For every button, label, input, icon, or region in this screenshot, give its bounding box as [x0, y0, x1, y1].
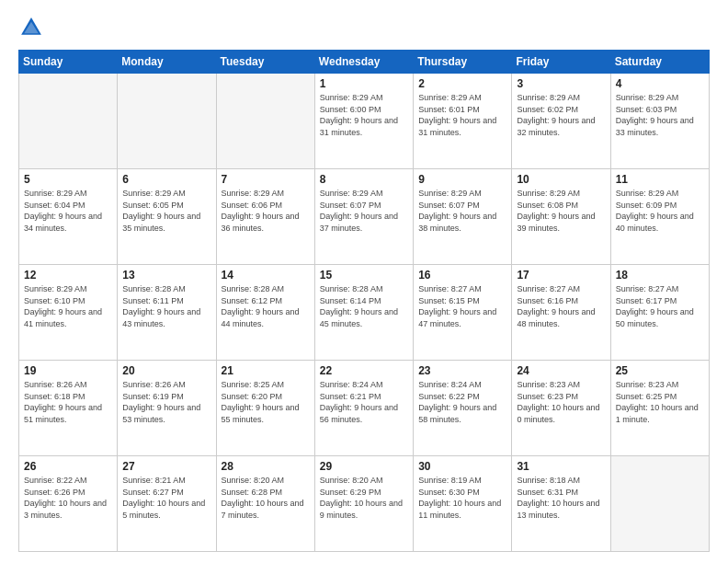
- day-info: Sunrise: 8:29 AMSunset: 6:05 PMDaylight:…: [122, 189, 200, 233]
- day-number: 17: [517, 269, 605, 282]
- day-cell: 16 Sunrise: 8:27 AMSunset: 6:15 PMDaylig…: [414, 265, 512, 361]
- day-info: Sunrise: 8:24 AMSunset: 6:21 PMDaylight:…: [320, 380, 398, 424]
- weekday-header-row: SundayMondayTuesdayWednesdayThursdayFrid…: [19, 51, 710, 74]
- day-number: 27: [122, 460, 210, 473]
- day-number: 20: [122, 364, 210, 377]
- week-row-2: 5 Sunrise: 8:29 AMSunset: 6:04 PMDayligh…: [19, 169, 710, 265]
- day-info: Sunrise: 8:20 AMSunset: 6:28 PMDaylight:…: [222, 476, 304, 520]
- day-cell: 2 Sunrise: 8:29 AMSunset: 6:01 PMDayligh…: [414, 74, 512, 169]
- day-number: 1: [320, 77, 408, 90]
- weekday-thursday: Thursday: [414, 51, 512, 74]
- weekday-saturday: Saturday: [610, 51, 709, 74]
- day-cell: 5 Sunrise: 8:29 AMSunset: 6:04 PMDayligh…: [19, 169, 118, 265]
- calendar-body: 1 Sunrise: 8:29 AMSunset: 6:00 PMDayligh…: [19, 74, 710, 552]
- day-cell: 26 Sunrise: 8:22 AMSunset: 6:26 PMDaylig…: [19, 456, 118, 552]
- day-cell: 28 Sunrise: 8:20 AMSunset: 6:28 PMDaylig…: [216, 456, 314, 552]
- day-info: Sunrise: 8:19 AMSunset: 6:30 PMDaylight:…: [418, 476, 501, 520]
- day-cell: 25 Sunrise: 8:23 AMSunset: 6:25 PMDaylig…: [610, 361, 709, 456]
- day-number: 21: [222, 364, 310, 377]
- day-number: 2: [418, 77, 506, 90]
- day-info: Sunrise: 8:25 AMSunset: 6:20 PMDaylight:…: [222, 380, 300, 424]
- week-row-4: 19 Sunrise: 8:26 AMSunset: 6:18 PMDaylig…: [19, 361, 710, 456]
- day-number: 6: [122, 173, 210, 186]
- day-number: 7: [222, 173, 310, 186]
- day-info: Sunrise: 8:23 AMSunset: 6:23 PMDaylight:…: [517, 380, 599, 424]
- day-cell: 11 Sunrise: 8:29 AMSunset: 6:09 PMDaylig…: [610, 169, 709, 265]
- day-info: Sunrise: 8:29 AMSunset: 6:08 PMDaylight:…: [517, 189, 595, 233]
- day-info: Sunrise: 8:21 AMSunset: 6:27 PMDaylight:…: [122, 476, 205, 520]
- day-cell: 1 Sunrise: 8:29 AMSunset: 6:00 PMDayligh…: [314, 74, 413, 169]
- day-cell: 9 Sunrise: 8:29 AMSunset: 6:07 PMDayligh…: [414, 169, 512, 265]
- day-number: 30: [418, 460, 506, 473]
- day-number: 10: [517, 173, 605, 186]
- day-cell: 27 Sunrise: 8:21 AMSunset: 6:27 PMDaylig…: [118, 456, 216, 552]
- day-number: 24: [517, 364, 605, 377]
- day-info: Sunrise: 8:29 AMSunset: 6:03 PMDaylight:…: [616, 93, 694, 137]
- day-number: 5: [24, 173, 112, 186]
- day-number: 13: [122, 269, 210, 282]
- day-cell: 21 Sunrise: 8:25 AMSunset: 6:20 PMDaylig…: [216, 361, 314, 456]
- day-cell: 10 Sunrise: 8:29 AMSunset: 6:08 PMDaylig…: [512, 169, 610, 265]
- calendar-table: SundayMondayTuesdayWednesdayThursdayFrid…: [18, 50, 710, 552]
- day-cell: 24 Sunrise: 8:23 AMSunset: 6:23 PMDaylig…: [512, 361, 610, 456]
- day-number: 23: [418, 364, 506, 377]
- day-cell: [19, 74, 118, 169]
- day-number: 26: [24, 460, 112, 473]
- day-number: 29: [320, 460, 408, 473]
- day-number: 25: [616, 364, 704, 377]
- day-info: Sunrise: 8:29 AMSunset: 6:09 PMDaylight:…: [616, 189, 694, 233]
- day-number: 22: [320, 364, 408, 377]
- day-cell: 20 Sunrise: 8:26 AMSunset: 6:19 PMDaylig…: [118, 361, 216, 456]
- day-number: 9: [418, 173, 506, 186]
- day-number: 11: [616, 173, 704, 186]
- day-number: 19: [24, 364, 112, 377]
- day-number: 31: [517, 460, 605, 473]
- day-cell: 7 Sunrise: 8:29 AMSunset: 6:06 PMDayligh…: [216, 169, 314, 265]
- week-row-1: 1 Sunrise: 8:29 AMSunset: 6:00 PMDayligh…: [19, 74, 710, 169]
- logo: [18, 15, 48, 40]
- week-row-3: 12 Sunrise: 8:29 AMSunset: 6:10 PMDaylig…: [19, 265, 710, 361]
- day-number: 16: [418, 269, 506, 282]
- day-cell: [118, 74, 216, 169]
- day-number: 14: [222, 269, 310, 282]
- day-cell: 14 Sunrise: 8:28 AMSunset: 6:12 PMDaylig…: [216, 265, 314, 361]
- day-info: Sunrise: 8:23 AMSunset: 6:25 PMDaylight:…: [616, 380, 699, 424]
- day-cell: 13 Sunrise: 8:28 AMSunset: 6:11 PMDaylig…: [118, 265, 216, 361]
- week-row-5: 26 Sunrise: 8:22 AMSunset: 6:26 PMDaylig…: [19, 456, 710, 552]
- day-info: Sunrise: 8:26 AMSunset: 6:19 PMDaylight:…: [122, 380, 200, 424]
- header: [18, 15, 710, 40]
- weekday-tuesday: Tuesday: [216, 51, 314, 74]
- weekday-sunday: Sunday: [19, 51, 118, 74]
- day-cell: 19 Sunrise: 8:26 AMSunset: 6:18 PMDaylig…: [19, 361, 118, 456]
- day-info: Sunrise: 8:27 AMSunset: 6:15 PMDaylight:…: [418, 284, 496, 328]
- day-cell: 8 Sunrise: 8:29 AMSunset: 6:07 PMDayligh…: [314, 169, 413, 265]
- day-info: Sunrise: 8:28 AMSunset: 6:11 PMDaylight:…: [122, 284, 200, 328]
- day-info: Sunrise: 8:28 AMSunset: 6:12 PMDaylight:…: [222, 284, 300, 328]
- day-info: Sunrise: 8:20 AMSunset: 6:29 PMDaylight:…: [320, 476, 403, 520]
- day-info: Sunrise: 8:26 AMSunset: 6:18 PMDaylight:…: [24, 380, 102, 424]
- day-number: 18: [616, 269, 704, 282]
- day-number: 12: [24, 269, 112, 282]
- day-cell: 4 Sunrise: 8:29 AMSunset: 6:03 PMDayligh…: [610, 74, 709, 169]
- logo-icon: [18, 15, 44, 40]
- day-cell: 6 Sunrise: 8:29 AMSunset: 6:05 PMDayligh…: [118, 169, 216, 265]
- weekday-monday: Monday: [118, 51, 216, 74]
- day-cell: 12 Sunrise: 8:29 AMSunset: 6:10 PMDaylig…: [19, 265, 118, 361]
- day-info: Sunrise: 8:29 AMSunset: 6:01 PMDaylight:…: [418, 93, 496, 137]
- day-cell: 29 Sunrise: 8:20 AMSunset: 6:29 PMDaylig…: [314, 456, 413, 552]
- day-cell: 15 Sunrise: 8:28 AMSunset: 6:14 PMDaylig…: [314, 265, 413, 361]
- day-cell: 23 Sunrise: 8:24 AMSunset: 6:22 PMDaylig…: [414, 361, 512, 456]
- day-info: Sunrise: 8:29 AMSunset: 6:04 PMDaylight:…: [24, 189, 102, 233]
- day-info: Sunrise: 8:24 AMSunset: 6:22 PMDaylight:…: [418, 380, 496, 424]
- day-info: Sunrise: 8:28 AMSunset: 6:14 PMDaylight:…: [320, 284, 398, 328]
- day-cell: 31 Sunrise: 8:18 AMSunset: 6:31 PMDaylig…: [512, 456, 610, 552]
- day-info: Sunrise: 8:29 AMSunset: 6:07 PMDaylight:…: [320, 189, 398, 233]
- day-info: Sunrise: 8:29 AMSunset: 6:00 PMDaylight:…: [320, 93, 398, 137]
- day-number: 8: [320, 173, 408, 186]
- day-number: 15: [320, 269, 408, 282]
- day-number: 4: [616, 77, 704, 90]
- weekday-friday: Friday: [512, 51, 610, 74]
- day-number: 3: [517, 77, 605, 90]
- day-info: Sunrise: 8:18 AMSunset: 6:31 PMDaylight:…: [517, 476, 599, 520]
- day-info: Sunrise: 8:29 AMSunset: 6:07 PMDaylight:…: [418, 189, 496, 233]
